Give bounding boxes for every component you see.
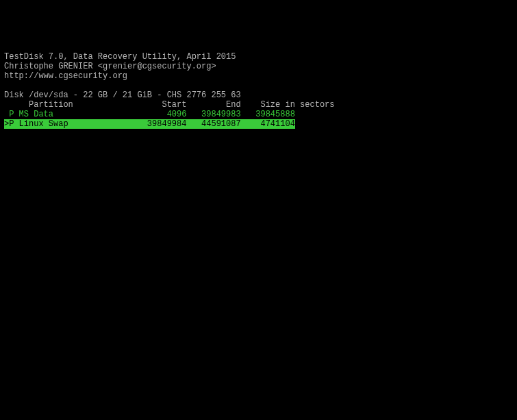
header-line-1: TestDisk 7.0, Data Recovery Utility, Apr… — [4, 52, 236, 62]
disk-line: Disk /dev/sda - 22 GB / 21 GiB - CHS 277… — [4, 90, 241, 100]
header-line-2: Christophe GRENIER <grenier@cgsecurity.o… — [4, 62, 216, 71]
column-header: Partition Start End Size in sectors — [4, 100, 334, 110]
terminal-screen: TestDisk 7.0, Data Recovery Utility, Apr… — [4, 42, 513, 420]
partition-row[interactable]: P MS Data 4096 39849983 39845888 — [4, 110, 295, 119]
header-line-3: http://www.cgsecurity.org — [4, 71, 127, 81]
partition-row[interactable]: >P Linux Swap 39849984 44591087 4741104 — [4, 119, 295, 129]
